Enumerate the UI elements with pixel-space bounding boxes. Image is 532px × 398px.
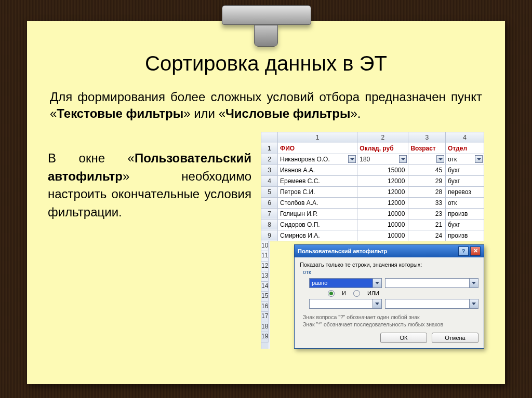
cell[interactable]: отк	[446, 197, 484, 208]
row-header[interactable]: 6	[261, 197, 278, 208]
filter-dropdown-icon[interactable]	[475, 155, 483, 163]
cell[interactable]: бухг	[446, 219, 484, 230]
filter-cell-dept[interactable]: отк	[446, 154, 484, 164]
radio-and[interactable]	[328, 290, 335, 297]
cell[interactable]: произв	[446, 208, 484, 219]
clipboard-clip-icon	[222, 5, 310, 43]
row-header[interactable]: 13	[261, 271, 269, 282]
filter-dropdown-icon[interactable]	[436, 155, 444, 163]
filter-cell-age[interactable]	[408, 154, 446, 164]
radio-or-label: ИЛИ	[367, 290, 379, 296]
screenshot-area: 1 2 3 4 1 ФИО Оклад, руб Возраст Отдел 2…	[261, 132, 484, 349]
row-header[interactable]: 14	[261, 282, 269, 292]
dialog-field-name: отк	[303, 269, 478, 275]
cell[interactable]: бухг	[446, 175, 484, 186]
row-header[interactable]: 11	[261, 251, 269, 262]
cell[interactable]: Петров С.И.	[277, 186, 357, 197]
cell[interactable]: 12000	[357, 197, 408, 208]
cancel-button[interactable]: Отмена	[432, 333, 478, 343]
cell[interactable]: 15000	[357, 164, 408, 175]
col-header-2[interactable]: 2	[357, 132, 408, 143]
radio-and-label: И	[342, 290, 346, 296]
cell[interactable]: 24	[408, 230, 446, 241]
row-header[interactable]: 16	[261, 302, 269, 312]
operator-combobox-1[interactable]: равно	[309, 278, 382, 288]
filter-dropdown-icon[interactable]	[399, 155, 407, 163]
paragraph-1: Для формирования более сложных условий о…	[50, 89, 482, 122]
header-cell-fio[interactable]: ФИО	[277, 143, 357, 154]
sticky-note: Сортировка данных в ЭТ Для формирования …	[27, 21, 505, 384]
row-header[interactable]: 18	[261, 322, 269, 333]
row-header[interactable]: 3	[261, 164, 278, 175]
dialog-prompt: Показать только те строки, значения кото…	[300, 262, 478, 268]
header-cell-salary[interactable]: Оклад, руб	[357, 143, 408, 154]
cell[interactable]: 45	[408, 164, 446, 175]
row-header[interactable]: 12	[261, 262, 269, 272]
cell[interactable]: произв	[446, 230, 484, 241]
cell[interactable]: 12000	[357, 175, 408, 186]
cell[interactable]: 12000	[357, 186, 408, 197]
cell[interactable]: Иванов А.А.	[277, 164, 357, 175]
row-header[interactable]: 17	[261, 312, 269, 322]
col-header-3[interactable]: 3	[408, 132, 446, 143]
row-header[interactable]: 1	[261, 143, 278, 154]
autofilter-dialog: Пользовательский автофильтр ? ✕ Показать…	[294, 244, 484, 349]
spreadsheet: 1 2 3 4 1 ФИО Оклад, руб Возраст Отдел 2…	[261, 132, 484, 241]
filter-cell-fio[interactable]: Никанорова О.О.	[277, 154, 357, 164]
chevron-down-icon	[469, 279, 478, 287]
row-header[interactable]: 19	[261, 332, 269, 342]
filter-dropdown-icon[interactable]	[348, 155, 356, 163]
col-header-4[interactable]: 4	[446, 132, 484, 143]
row-header[interactable]: 8	[261, 219, 278, 230]
cell[interactable]: 29	[408, 175, 446, 186]
radio-or[interactable]	[353, 290, 360, 297]
cell[interactable]: Смирнов И.А.	[277, 230, 357, 241]
value-combobox-1[interactable]	[385, 278, 478, 288]
row-header[interactable]: 5	[261, 186, 278, 197]
cell[interactable]: 33	[408, 197, 446, 208]
spreadsheet-continuation: 10111213141516171819 Пользовательский ав…	[261, 241, 484, 349]
cell[interactable]: 10000	[357, 208, 408, 219]
hint-1: Знак вопроса "?" обозначает один любой з…	[303, 314, 478, 320]
cell[interactable]: Еремеев С.С.	[277, 175, 357, 186]
row-header[interactable]: 9	[261, 230, 278, 241]
ok-button[interactable]: ОК	[380, 333, 427, 343]
row-header[interactable]: 7	[261, 208, 278, 219]
cell[interactable]: 10000	[357, 230, 408, 241]
filter-cell-salary[interactable]: 180	[357, 154, 408, 164]
cell[interactable]: бухг	[446, 164, 484, 175]
hint-2: Знак "*" обозначает последовательность л…	[303, 321, 478, 327]
row-header[interactable]: 15	[261, 292, 269, 302]
paragraph-2: В окне «Пользовательский автофильтр» нео…	[48, 149, 251, 222]
cell[interactable]: Столбов А.А.	[277, 197, 357, 208]
row-header[interactable]: 2	[261, 154, 278, 164]
header-cell-dept[interactable]: Отдел	[446, 143, 484, 154]
value-combobox-2[interactable]	[385, 299, 478, 309]
row-header[interactable]: 4	[261, 175, 278, 186]
cell[interactable]: 10000	[357, 219, 408, 230]
row-header[interactable]: 10	[261, 241, 269, 252]
cell[interactable]: перевоз	[446, 186, 484, 197]
header-cell-age[interactable]: Возраст	[408, 143, 446, 154]
cell[interactable]: 21	[408, 219, 446, 230]
cell[interactable]: Голицын И.Р.	[277, 208, 357, 219]
cell[interactable]: Сидоров О.П.	[277, 219, 357, 230]
help-button[interactable]: ?	[458, 246, 469, 256]
chevron-down-icon	[373, 299, 381, 308]
operator-combobox-2[interactable]	[309, 299, 382, 309]
chevron-down-icon	[373, 279, 381, 287]
dialog-title: Пользовательский автофильтр	[298, 248, 387, 254]
chevron-down-icon	[469, 299, 478, 308]
corner-cell[interactable]	[261, 132, 278, 143]
cell[interactable]: 28	[408, 186, 446, 197]
col-header-1[interactable]: 1	[277, 132, 357, 143]
close-button[interactable]: ✕	[470, 246, 481, 256]
cell[interactable]: 23	[408, 208, 446, 219]
slide-title: Сортировка данных в ЭТ	[48, 52, 484, 75]
